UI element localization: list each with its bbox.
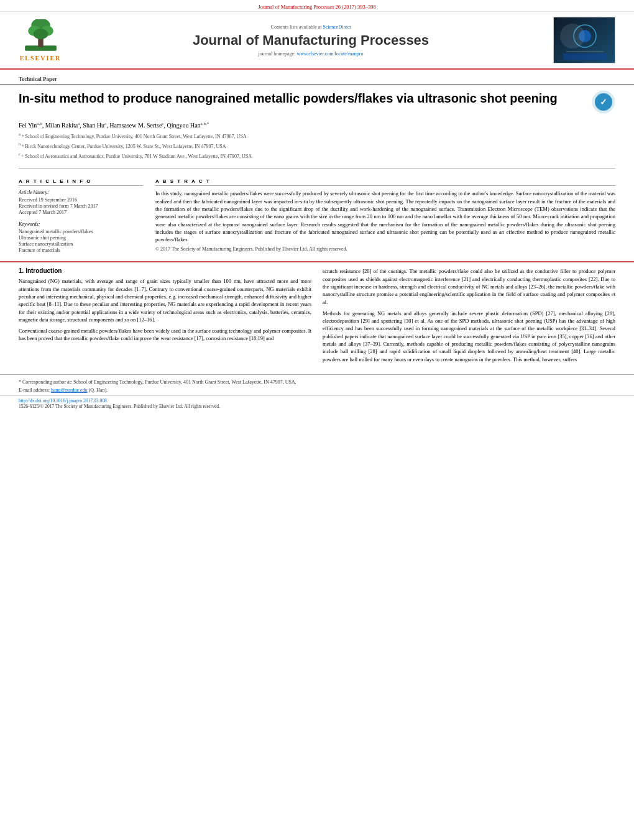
journal-header-center: Contents lists available at ScienceDirec…	[68, 24, 553, 57]
intro-para-1: Nanograined (NG) materials, with average…	[19, 277, 311, 323]
left-content-col: 1. Introduction Nanograined (NG) materia…	[19, 267, 311, 367]
footnote-email: E-mail address: hanq@purdue.edu (Q. Han)…	[19, 387, 615, 394]
svg-rect-10	[563, 53, 607, 60]
section-title-text: Introduction	[25, 267, 62, 274]
cover-image-svg	[554, 17, 615, 63]
footnote-area: * Corresponding author at: School of Eng…	[0, 374, 634, 394]
homepage-link[interactable]: www.elsevier.com/locate/manpro	[296, 51, 363, 57]
author-names: Fei Yina,b, Milan Rakitaa, Shan Hua, Ham…	[19, 121, 615, 129]
svg-text:✓: ✓	[600, 97, 607, 107]
doi-link[interactable]: http://dx.doi.org/10.1016/j.jmapro.2017.…	[19, 398, 107, 404]
revised-date: Received in revised form 7 March 2017	[19, 203, 143, 209]
keywords-label: Keywords:	[19, 221, 143, 227]
svg-point-5	[33, 29, 48, 39]
crossmark-icon: ✓	[592, 90, 615, 114]
right-para-1: scratch resistance [20] of the coatings.…	[323, 267, 615, 306]
intro-section-title: 1. Introduction	[19, 267, 311, 274]
article-title: In-situ method to produce nanograined me…	[19, 90, 579, 106]
keywords-section: Keywords: Nanograined metallic powders/f…	[19, 221, 143, 253]
keyword-1: Nanograined metallic powders/flakes	[19, 229, 143, 234]
keyword-2: Ultrasonic shot peening	[19, 235, 143, 241]
accepted-date: Accepted 7 March 2017	[19, 210, 143, 215]
elsevier-tree-icon	[24, 19, 58, 53]
issn-line: 1526-6125/© 2017 The Society of Manufact…	[19, 404, 615, 409]
page-wrapper: Journal of Manufacturing Processes 26 (2…	[0, 0, 634, 412]
received-date: Received 19 September 2016	[19, 197, 143, 203]
svg-point-8	[579, 30, 591, 42]
article-info-column: A R T I C L E I N F O Article history: R…	[19, 178, 143, 254]
authors-section: Fei Yina,b, Milan Rakitaa, Shan Hua, Ham…	[0, 119, 634, 163]
bottom-bar: http://dx.doi.org/10.1016/j.jmapro.2017.…	[0, 395, 634, 412]
elsevier-logo: ELSEVIER	[12, 19, 68, 62]
author-affiliations: a ᵃ School of Engineering Technology, Pu…	[19, 131, 615, 160]
journal-homepage: journal homepage: www.elsevier.com/locat…	[68, 51, 553, 57]
article-info-header: A R T I C L E I N F O	[19, 178, 143, 186]
abstract-column: A B S T R A C T In this study, nanograin…	[155, 178, 615, 254]
footnote-corresponding: * Corresponding author at: School of Eng…	[19, 379, 615, 385]
affil-c: c ᶜ School of Aeronautics and Astronauti…	[19, 151, 615, 160]
elsevier-text: ELSEVIER	[20, 55, 62, 62]
keyword-4: Fracture of materials	[19, 247, 143, 253]
main-content: 1. Introduction Nanograined (NG) materia…	[0, 261, 634, 372]
divider	[19, 168, 615, 168]
article-body-columns: A R T I C L E I N F O Article history: R…	[0, 173, 634, 259]
journal-citation-bar: Journal of Manufacturing Processes 26 (2…	[0, 0, 634, 11]
copyright: © 2017 The Society of Manufacturing Engi…	[155, 246, 615, 252]
email-link[interactable]: hanq@purdue.edu	[51, 387, 88, 393]
abstract-header: A B S T R A C T	[155, 178, 615, 186]
article-title-section: In-situ method to produce nanograined me…	[0, 85, 634, 119]
history-label: Article history:	[19, 190, 143, 195]
journal-title: Journal of Manufacturing Processes	[68, 32, 553, 48]
contents-available-text: Contents lists available at ScienceDirec…	[68, 24, 553, 30]
abstract-text: In this study, nanograined metallic powd…	[155, 190, 615, 243]
article-type-label: Technical Paper	[0, 70, 634, 85]
affil-b: b ᵇ Birck Nanotechnology Center, Purdue …	[19, 141, 615, 150]
journal-header: ELSEVIER Contents lists available at Sci…	[0, 11, 634, 70]
right-para-2: Methods for generating NG metals and all…	[323, 310, 615, 363]
journal-cover-image	[553, 17, 615, 63]
section-number: 1.	[19, 267, 24, 274]
doi-line: http://dx.doi.org/10.1016/j.jmapro.2017.…	[19, 398, 615, 404]
sciencedirect-link[interactable]: ScienceDirect	[323, 24, 351, 30]
intro-para-2: Conventional coarse-grained metallic pow…	[19, 327, 311, 343]
journal-citation: Journal of Manufacturing Processes 26 (2…	[258, 4, 375, 10]
affil-a: a ᵃ School of Engineering Technology, Pu…	[19, 131, 615, 141]
right-content-col: scratch resistance [20] of the coatings.…	[323, 267, 615, 367]
keyword-3: Surface nanocrystallization	[19, 241, 143, 247]
